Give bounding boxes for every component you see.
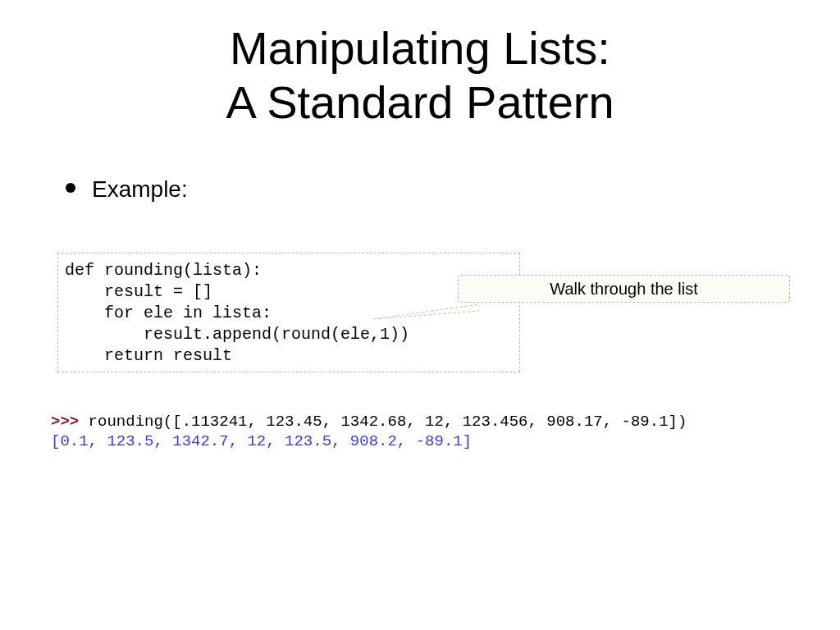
callout-box: Walk through the list [458, 275, 790, 303]
repl-output: >>> rounding([.113241, 123.45, 1342.68, … [51, 412, 687, 451]
code-block: def rounding(lista): result = [] for ele… [57, 253, 520, 372]
title-line-1: Manipulating Lists: [230, 22, 610, 74]
code-line-2: result = [] [65, 282, 212, 301]
bullet-row: Example: [66, 176, 188, 203]
callout-text: Walk through the list [550, 280, 697, 299]
repl-input: rounding([.113241, 123.45, 1342.68, 12, … [79, 413, 687, 431]
repl-result: [0.1, 123.5, 1342.7, 12, 123.5, 908.2, -… [51, 432, 472, 450]
repl-prompt: >>> [51, 413, 79, 431]
code-line-5: return result [65, 346, 232, 365]
bullet-text: Example: [92, 176, 188, 203]
bullet-dot-icon [66, 183, 75, 193]
code-line-1: def rounding(lista): [65, 261, 262, 280]
slide: Manipulating Lists: A Standard Pattern E… [0, 0, 840, 630]
code-line-4: result.append(round(ele,1)) [65, 325, 409, 344]
code-line-3: for ele in lista: [65, 304, 272, 322]
title-line-2: A Standard Pattern [226, 76, 614, 128]
slide-title: Manipulating Lists: A Standard Pattern [0, 21, 840, 130]
